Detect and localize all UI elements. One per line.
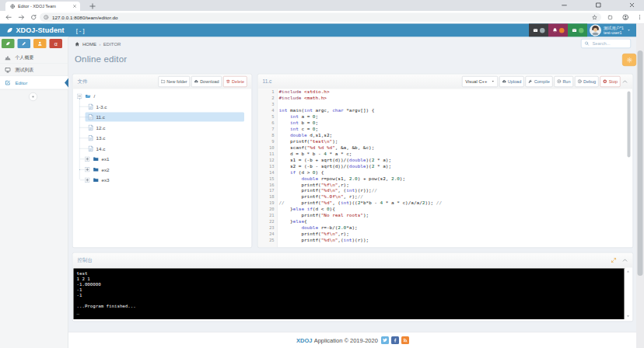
editor-collapse-icon[interactable]: [622, 78, 628, 85]
address-input[interactable]: 127.0.0.1:8080/team/editor.do: [40, 13, 601, 23]
file-icon: [89, 135, 94, 141]
code-token-s: <math.h>: [304, 95, 327, 100]
console-collapse-icon[interactable]: [622, 257, 628, 263]
facebook-icon[interactable]: [391, 336, 399, 344]
editor-scrollbar[interactable]: [627, 91, 631, 246]
tree-item-11.c[interactable]: 11.c: [89, 112, 105, 123]
navbar-notification-envelope-0[interactable]: [529, 24, 548, 37]
rss-icon[interactable]: [401, 336, 409, 344]
footer-social-icons: [381, 336, 409, 344]
expand-toggle-icon[interactable]: [85, 167, 90, 172]
code-token-k: double: [301, 176, 318, 181]
code-token-p: * a * c)/a/a/: [383, 200, 422, 206]
bookmark-star-icon[interactable]: [592, 15, 597, 20]
scroll-down-icon[interactable]: [626, 315, 630, 318]
code-line: }else if(d < 0){: [279, 207, 335, 213]
tab-close-icon[interactable]: [72, 4, 77, 9]
tree-item-ex2[interactable]: ex2: [85, 165, 110, 176]
search-input[interactable]: [592, 41, 628, 47]
tree-item-ex3[interactable]: ex3: [85, 175, 110, 186]
download-button[interactable]: Download: [191, 76, 222, 87]
run-button[interactable]: Run: [554, 76, 573, 87]
scrollbar-thumb[interactable]: [638, 50, 643, 276]
brand[interactable]: XDOJ-Student: [0, 26, 65, 35]
quick-button-α[interactable]: α: [50, 39, 63, 48]
line-number: 17: [259, 188, 275, 194]
user-menu[interactable]: 测试用户*1 test-user1: [587, 24, 636, 37]
sidebar-item-个人概要[interactable]: 个人概要: [0, 51, 68, 64]
line-number: 21: [259, 213, 275, 219]
button-label: New folder: [166, 79, 187, 84]
collapse-toggle-icon[interactable]: [77, 94, 82, 99]
window-minimize-button[interactable]: [561, 2, 568, 9]
site-info-icon[interactable]: [44, 15, 49, 20]
quick-button-user[interactable]: [33, 39, 47, 48]
sidebar-item-label: 个人概要: [16, 54, 34, 61]
compile-button[interactable]: Compile: [526, 76, 553, 87]
active-item-arrow: [65, 78, 68, 87]
browser-menu-icon[interactable]: [637, 14, 642, 20]
pencil-icon: [22, 41, 27, 47]
browser-address-bar: 127.0.0.1:8080/team/editor.do: [0, 11, 644, 24]
browser-profile-icon[interactable]: [622, 14, 629, 21]
code-token-k: int: [344, 237, 352, 242]
expand-toggle-icon[interactable]: [85, 157, 90, 162]
navbar-notification-envelope-2[interactable]: [568, 24, 587, 37]
theme-settings-button[interactable]: [622, 54, 636, 66]
new-tab-button[interactable]: [89, 2, 96, 10]
terminal-scrollbar[interactable]: [625, 269, 632, 320]
code-token-p: }: [279, 218, 293, 224]
browser-back-button[interactable]: [5, 14, 12, 21]
footer-text: XDOJ Application © 2019-2020: [296, 337, 378, 344]
terminal-output[interactable]: test 1 2 1 -1.000000 -1 -1 ...Program fi…: [74, 269, 625, 320]
code-token-p: c =: [299, 126, 313, 131]
expand-toggle-icon[interactable]: [85, 178, 90, 183]
scroll-up-icon[interactable]: [626, 270, 630, 273]
editor-scrollbar-thumb[interactable]: [628, 92, 631, 158]
breadcrumb-current: EDITOR: [103, 41, 121, 47]
code-line: printf("%.0f\n", r);//: [279, 194, 363, 200]
stop-button[interactable]: Stop: [600, 76, 621, 87]
code-editor[interactable]: 1234567891011121314151617181920212223242…: [258, 89, 632, 248]
tree-item-14.c[interactable]: 14.c: [89, 144, 106, 155]
browser-tab[interactable]: Editor - XDOJ Team: [5, 2, 80, 11]
tree-item-13.c[interactable]: 13.c: [89, 133, 106, 144]
delete-button[interactable]: Delete: [223, 76, 247, 87]
sidebar-item-Editor[interactable]: Editor: [0, 76, 68, 89]
code-token-p: ){: [330, 207, 335, 212]
language-select[interactable]: Visual C++: [462, 76, 498, 87]
tree-item-1-3.c[interactable]: 1-3.c: [89, 102, 107, 113]
navbar-notification-bell-1[interactable]: [548, 24, 568, 37]
console-expand-icon[interactable]: [611, 257, 617, 263]
tree-connector-line: [79, 99, 80, 179]
twitter-icon[interactable]: [381, 336, 389, 344]
quick-button-pencil[interactable]: [18, 39, 31, 48]
window-close-button[interactable]: [628, 2, 635, 9]
quick-button-leaf[interactable]: [2, 39, 15, 48]
browser-extension-icon[interactable]: [607, 15, 613, 20]
sidebar-item-测试列表[interactable]: 测试列表: [0, 64, 68, 76]
browser-forward-button[interactable]: [18, 14, 25, 21]
console-panel-title: 控制台: [78, 256, 93, 263]
debug-button[interactable]: Debug: [575, 76, 599, 87]
code-token-p: )(r));: [352, 237, 369, 242]
sidebar-toggle[interactable]: [ - ]: [76, 27, 85, 34]
sidebar-collapse-button[interactable]: [29, 92, 37, 101]
browser-reload-button[interactable]: [30, 14, 37, 21]
code-line: printf("%f\n",r);: [279, 231, 349, 237]
page-scrollbar[interactable]: [636, 24, 644, 348]
tree-item-ex1[interactable]: ex1: [85, 154, 110, 165]
notification-badge: [579, 28, 584, 33]
language-select-value: Visual C++: [465, 79, 487, 84]
tree-item-12.c[interactable]: 12.c: [89, 123, 106, 134]
line-number: 11: [259, 151, 275, 157]
window-maximize-button[interactable]: [595, 2, 602, 9]
line-number: 18: [259, 194, 275, 200]
new-folder-button[interactable]: New folder: [158, 76, 190, 87]
breadcrumb-home[interactable]: HOME: [82, 41, 96, 47]
line-number: 13: [259, 163, 275, 169]
code-line: int b = 0;: [279, 120, 319, 126]
code-token-p: printf(: [279, 237, 321, 242]
tree-item-/[interactable]: /: [77, 91, 95, 102]
upload-button[interactable]: Upload: [499, 76, 524, 87]
